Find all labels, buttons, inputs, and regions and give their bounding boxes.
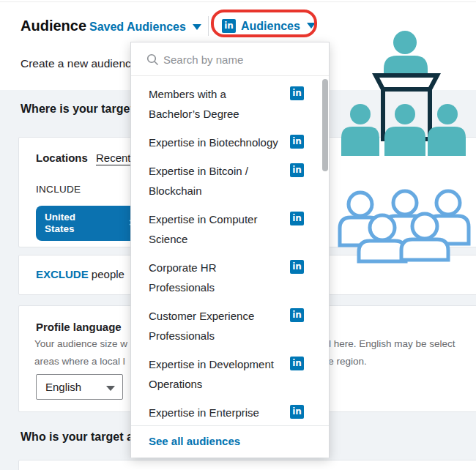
linkedin-icon: in	[290, 135, 304, 149]
create-audience-text: Create a new audience	[21, 57, 137, 70]
linkedin-icon: in	[290, 405, 304, 419]
include-label: INCLUDE	[36, 184, 81, 195]
saved-audiences-dropdown-button[interactable]: Saved Audiences	[89, 20, 201, 34]
header-divider	[208, 16, 209, 36]
location-chip-united-states: United States ×	[36, 206, 140, 241]
list-item-label: Expertise in Bitcoin / Blockchain	[149, 161, 289, 201]
top-divider	[0, 1, 476, 2]
chevron-down-icon	[307, 23, 316, 29]
scrollbar-thumb[interactable]	[322, 79, 328, 171]
list-item-label: Customer Experience Professionals	[149, 306, 289, 346]
list-item[interactable]: Members with a Bachelor’s Degree in	[149, 84, 329, 124]
list-item-label: Expertise in Computer Science	[149, 209, 289, 249]
list-item[interactable]: Expertise in Bitcoin / Blockchain in	[149, 161, 329, 201]
linkedin-icon: in	[290, 308, 304, 322]
helper-text-left-1: Your audience size w	[34, 338, 127, 349]
chevron-down-icon	[193, 24, 201, 30]
audiences-list: Members with a Bachelor’s Degree in Expe…	[131, 77, 329, 425]
location-chip-label: United States	[45, 212, 75, 235]
audiences-dropdown-panel: Members with a Bachelor’s Degree in Expe…	[130, 42, 330, 458]
exclude-rest-text: people	[89, 268, 124, 280]
list-item[interactable]: Corporate HR Professionals in	[149, 258, 329, 297]
linkedin-icon: in	[290, 163, 304, 177]
list-item[interactable]: Expertise in Biotechnology in	[149, 133, 329, 152]
next-section-card	[18, 460, 476, 470]
list-item-label: Expertise in Development Operations	[149, 354, 289, 394]
language-select[interactable]: English	[36, 374, 123, 400]
dropdown-footer: See all audiences	[131, 425, 329, 458]
language-select-value: English	[45, 381, 81, 393]
saved-audiences-label: Saved Audiences	[89, 20, 186, 33]
chevron-down-icon	[106, 386, 115, 391]
list-item-label: Expertise in Biotechnology	[149, 133, 289, 152]
list-item-label: Members with a Bachelor’s Degree	[149, 84, 289, 124]
search-row	[131, 42, 329, 76]
linkedin-icon: in	[222, 19, 236, 33]
linkedin-icon: in	[290, 212, 304, 225]
locations-label: Locations	[36, 152, 88, 164]
list-item[interactable]: Customer Experience Professionals in	[149, 306, 329, 346]
audiences-dropdown-button[interactable]: in Audiences	[222, 19, 316, 33]
list-item[interactable]: Expertise in Development Operations in	[149, 354, 329, 394]
search-icon	[146, 53, 159, 66]
profile-language-label: Profile language	[36, 321, 122, 333]
list-item-label: Expertise in Enterprise Resource Plannin…	[149, 403, 289, 425]
helper-text-right-1: ed here. English may be select	[320, 338, 455, 349]
list-item[interactable]: Expertise in Enterprise Resource Plannin…	[149, 403, 329, 425]
see-all-audiences-link[interactable]: See all audiences	[149, 435, 240, 447]
linkedin-icon: in	[290, 260, 304, 274]
audiences-label: Audiences	[241, 20, 300, 33]
exclude-line: EXCLUDE people	[36, 268, 124, 280]
helper-text-left-2: areas where a local l	[34, 356, 125, 367]
list-item[interactable]: Expertise in Computer Science in	[149, 209, 329, 249]
linkedin-icon: in	[290, 86, 304, 100]
search-input[interactable]	[163, 48, 313, 70]
speaker-figure	[384, 31, 428, 89]
list-item-label: Corporate HR Professionals	[149, 258, 289, 297]
linkedin-icon: in	[290, 357, 304, 370]
exclude-toggle[interactable]: EXCLUDE	[36, 268, 89, 280]
page-title: Audience	[21, 18, 86, 34]
